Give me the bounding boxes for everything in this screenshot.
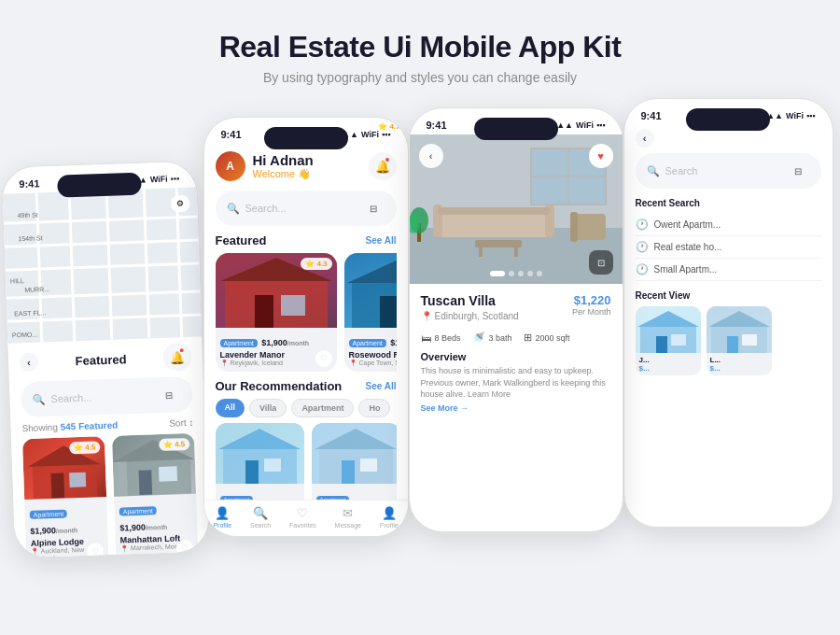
featured-house-2 [344, 253, 397, 328]
featured-h-scroll: ⭐ 4.3 Apartment $1,900/month Lavender Ma… [216, 253, 397, 372]
svg-rect-31 [264, 459, 281, 472]
property-grid-1: ⭐ 4.5 Apartment $1,900/month Alpine Lodg… [21, 433, 202, 559]
rec-card-1[interactable]: ⭐ 4.5 Apartment [216, 423, 304, 510]
search-text-3: Search [665, 165, 780, 176]
dot-2[interactable] [509, 271, 514, 276]
dot-1[interactable] [490, 271, 505, 276]
time-4: 9:41 [427, 120, 447, 131]
svg-rect-35 [342, 460, 355, 484]
rv-card-1[interactable]: J... $... [636, 306, 701, 375]
svg-rect-36 [360, 459, 377, 472]
status-icons-3: ▲▲WiFi▪▪▪ [766, 111, 815, 120]
favorites-icon: ♡ [297, 506, 308, 520]
svg-rect-21 [281, 295, 305, 316]
filter-all[interactable]: All [216, 399, 245, 417]
showing-text: Showing 545 Featured Sort ↕ [21, 417, 193, 433]
rv-card-2[interactable]: L... $... [707, 306, 772, 375]
sort-button[interactable]: Sort ↕ [169, 417, 193, 429]
bell-dot-2 [385, 157, 390, 162]
svg-rect-33 [319, 449, 393, 484]
filter-icon-1[interactable]: ⊟ [156, 382, 181, 407]
rv-house-1 [636, 306, 701, 353]
image-dots [490, 271, 542, 276]
detail-name-block: Tuscan Villa 📍 Edinburgh, Scotland [421, 293, 519, 324]
overview-title: Overview [421, 351, 611, 362]
property-card-1[interactable]: ⭐ 4.5 Apartment $1,900/month Alpine Lodg… [21, 436, 108, 558]
phone-map-featured: 9:41 ▲ WiFi ▪▪▪ 49th St 154th S [0, 160, 210, 558]
map-roads [2, 187, 201, 343]
phone-search-results: 9:41 ▲▲WiFi▪▪▪ ‹ 🔍 Search ⊟ Recent Searc… [623, 98, 833, 528]
spec-beds: 🛏 8 Beds [421, 332, 461, 344]
see-all-featured[interactable]: See All [366, 235, 397, 246]
search-bar-2[interactable]: 🔍 Search... ⊟ [216, 190, 397, 226]
filter-house[interactable]: Ho [358, 399, 390, 417]
phone2-content: 🔍 Search... ⊟ Featured See All [204, 190, 408, 510]
overview-text: This house is minimalistic and easy to u… [421, 365, 611, 401]
featured-card-1[interactable]: ⭐ 4.3 Apartment $1,900/month Lavender Ma… [216, 253, 337, 372]
phone-property-detail: 9:41 ▲▲WiFi▪▪▪ [409, 107, 623, 532]
map-label-3: HILL [9, 277, 23, 285]
prop-fav-1[interactable]: ♡ [86, 543, 104, 558]
search-bar-1[interactable]: 🔍 Search... ⊟ [20, 376, 192, 417]
bell-dot-1 [178, 347, 184, 353]
filter-icon-3[interactable]: ⊟ [786, 159, 810, 183]
property-card-2[interactable]: ⭐ 4.5 Apartment $1,900/month Manhattan L… [111, 433, 198, 559]
greeting-row: A Hi Adnan Welcome 👋 🔔 [204, 144, 408, 185]
featured-card-2[interactable]: Apartment $1,300/month Rosewood Retreat … [344, 253, 397, 372]
beds-value: 8 Beds [435, 333, 461, 343]
map-label-4: MURR... [24, 286, 49, 293]
see-more-link[interactable]: See More → [421, 403, 611, 413]
svg-rect-65 [742, 334, 757, 346]
notification-bell-1[interactable]: 🔔 [162, 343, 191, 372]
back-button-3[interactable]: ‹ [636, 129, 654, 148]
user-avatar: A [216, 151, 245, 181]
notification-bell-2[interactable]: 🔔 [369, 152, 397, 180]
detail-back-button[interactable]: ‹ [419, 144, 443, 168]
time-2: 9:41 [221, 129, 242, 140]
recent-item-3[interactable]: 🕐 Small Apartm... [636, 259, 821, 281]
status-icons-2: ▲▲WiFi▪▪▪ [342, 130, 390, 139]
phone1-content: ‹ Featured 🔔 🔍 Search... ⊟ Showing 545 F… [7, 342, 210, 558]
filter-apartment[interactable]: Apartment [291, 399, 354, 417]
nav-profile-2[interactable]: 👤 Profile [380, 506, 399, 529]
map-filter-btn[interactable]: ⚙ [170, 195, 189, 213]
svg-rect-25 [380, 296, 397, 328]
beds-icon: 🛏 [421, 332, 431, 344]
fcard-fav-1[interactable]: ♡ [315, 350, 332, 367]
phone-featured: 9:41 ▲▲WiFi▪▪▪ A Hi Adnan Welcome 👋 🔔 🔍 … [203, 117, 409, 537]
dot-5[interactable] [537, 271, 542, 276]
nav-favorites[interactable]: ♡ Favorites [289, 506, 316, 529]
recent-view-title: Recent View [636, 290, 821, 301]
profile-icon: 👤 [215, 506, 230, 520]
rec-cards: ⭐ 4.5 Apartment [216, 423, 397, 510]
svg-rect-30 [245, 460, 259, 484]
nav-profile[interactable]: 👤 Profile [213, 506, 231, 529]
rec-card-2[interactable]: ⭐ 4.7 Apartment [312, 423, 397, 510]
filter-villa[interactable]: Villa [249, 399, 287, 417]
prop-type-1: Apartment [29, 510, 67, 519]
detail-fav-button[interactable]: ♥ [589, 144, 613, 168]
dot-3[interactable] [518, 271, 524, 276]
detail-share-button[interactable]: ⊡ [589, 250, 613, 275]
map-label-1: 49th St [17, 211, 37, 219]
search-bar-3[interactable]: 🔍 Search ⊟ [636, 153, 821, 189]
recent-item-2[interactable]: 🕐 Real estate ho... [636, 236, 821, 259]
bath-icon: 🚿 [472, 332, 485, 344]
area-icon: ⊞ [524, 332, 532, 344]
nav-search[interactable]: 🔍 Search [250, 506, 271, 529]
detail-price-block: $1,220 Per Month [572, 293, 611, 317]
dot-4[interactable] [527, 271, 533, 276]
prop-fav-2[interactable]: ♡ [175, 540, 193, 557]
see-all-rec[interactable]: See All [366, 381, 397, 391]
svg-rect-3 [69, 473, 86, 487]
detail-specs: 🛏 8 Beds 🚿 3 bath ⊞ 2000 sqft [421, 332, 611, 344]
nav-message[interactable]: ✉ Message [335, 506, 361, 529]
recent-item-1[interactable]: 🕐 Owent Apartm... [636, 214, 821, 236]
svg-rect-57 [640, 327, 696, 353]
phone-notch-4 [474, 118, 558, 140]
rec-img-2 [312, 423, 397, 484]
filter-icon-2[interactable]: ⊟ [361, 196, 385, 220]
svg-rect-28 [223, 449, 297, 484]
showing-count: 545 Featured [60, 420, 118, 432]
back-button-1[interactable]: ‹ [19, 353, 38, 373]
